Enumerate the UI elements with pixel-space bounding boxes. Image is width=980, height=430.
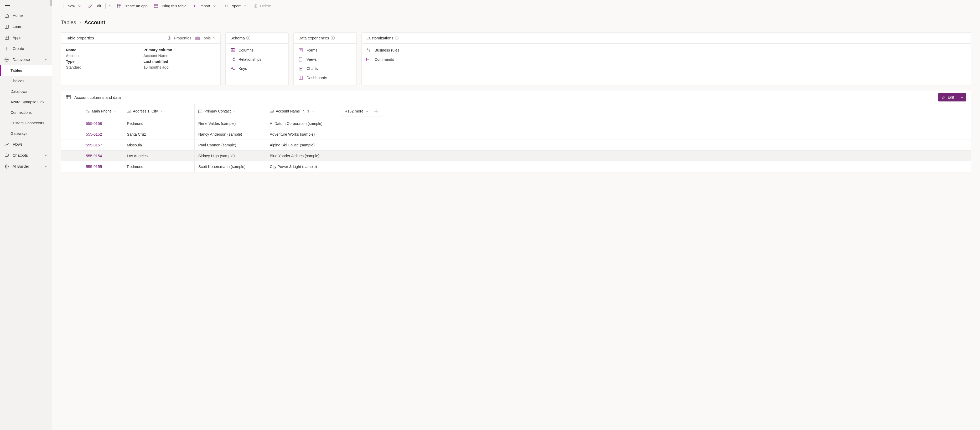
flows-icon: [4, 142, 9, 147]
info-icon[interactable]: i: [395, 36, 399, 40]
export-icon: [223, 4, 228, 8]
phone-link[interactable]: 555-0155: [86, 164, 102, 169]
sidebar-item-chatbots[interactable]: Chatbots: [0, 150, 52, 161]
phone-link[interactable]: 555-0157: [86, 143, 102, 147]
column-header-city[interactable]: AbcAddress 1: City: [123, 104, 195, 118]
sidebar-item-learn[interactable]: Learn: [0, 21, 52, 32]
chevron-down-icon[interactable]: [312, 110, 314, 113]
sidebar-item-apps[interactable]: Apps: [0, 32, 52, 43]
link-charts[interactable]: Charts: [298, 66, 352, 71]
chevron-down-icon[interactable]: [44, 153, 48, 157]
export-button[interactable]: Export: [220, 2, 250, 10]
edit-data-split[interactable]: [958, 93, 966, 102]
link-columns[interactable]: AbcColumns: [231, 48, 284, 52]
link-views[interactable]: Views: [298, 57, 352, 62]
info-icon[interactable]: i: [331, 36, 335, 40]
row-handle[interactable]: [61, 151, 82, 161]
edit-split-chevron[interactable]: [107, 3, 113, 9]
table-row[interactable]: 555-0154Los AngelesSidney Higa (sample)B…: [61, 151, 971, 161]
chevron-down-icon[interactable]: [44, 164, 48, 168]
row-handle[interactable]: [61, 161, 82, 172]
cell-contact[interactable]: Rene Valdes (sample): [195, 118, 266, 129]
table-row[interactable]: 555-0152Santa CruzNancy Anderson (sample…: [61, 129, 971, 140]
add-column-button[interactable]: [373, 108, 379, 114]
more-columns-button[interactable]: +152 more: [345, 109, 369, 113]
link-commands[interactable]: Commands: [366, 57, 966, 62]
cell-name[interactable]: A. Datum Corporation (sample): [266, 118, 337, 129]
cell-city[interactable]: Los Angeles: [123, 151, 195, 161]
chevron-down-icon[interactable]: [114, 110, 116, 113]
cell-city[interactable]: Santa Cruz: [123, 129, 195, 140]
sidebar-item-flows[interactable]: Flows: [0, 139, 52, 150]
column-header-phone[interactable]: Main Phone: [82, 104, 123, 118]
sidebar-item-create[interactable]: Create: [0, 43, 52, 54]
row-handle[interactable]: [61, 129, 82, 140]
link-relationships[interactable]: Relationships: [231, 57, 284, 62]
table-row[interactable]: 555-0158RedmondRene Valdes (sample)A. Da…: [61, 118, 971, 129]
cell-name[interactable]: City Power & Light (sample): [266, 161, 337, 172]
svg-rect-5: [5, 154, 8, 156]
sidebar-item-home[interactable]: Home: [0, 10, 52, 21]
lookup-icon: [198, 109, 202, 113]
cell-city[interactable]: Redmond: [123, 118, 195, 129]
link-business-rules[interactable]: Business rules: [366, 48, 966, 52]
sidebar-item-dataverse[interactable]: Dataverse: [0, 54, 52, 65]
sidebar-item-custom-connectors[interactable]: Custom Connectors: [0, 118, 52, 128]
column-header-name[interactable]: AbcAccount Name*: [266, 104, 337, 118]
cell-phone[interactable]: 555-0154: [82, 151, 123, 161]
create-app-button[interactable]: Create an app: [114, 2, 150, 10]
tools-button[interactable]: Tools: [196, 36, 216, 40]
cell-contact[interactable]: Nancy Anderson (sample): [195, 129, 266, 140]
sidebar-item-label: Tables: [11, 68, 22, 73]
sidebar-item-ai-builder[interactable]: AI Builder: [0, 161, 52, 172]
table-row[interactable]: 555-0157MissoulaPaul Cannon (sample)Alpi…: [61, 140, 971, 151]
using-table-button[interactable]: Using this table: [151, 2, 189, 10]
row-handle[interactable]: [61, 140, 82, 150]
edit-data-main[interactable]: Edit: [938, 93, 958, 102]
cell-city[interactable]: Missoula: [123, 140, 195, 150]
cell-city[interactable]: Redmond: [123, 161, 195, 172]
sidebar-item-label: Gateways: [11, 131, 27, 135]
sidebar-item-azure-synapse-link[interactable]: Azure Synapse Link: [0, 97, 52, 107]
import-button[interactable]: Import: [190, 2, 220, 10]
cell-contact[interactable]: Scott Konersmann (sample): [195, 161, 266, 172]
sidebar-item-dataflows[interactable]: Dataflows: [0, 86, 52, 97]
cell-phone[interactable]: 555-0157: [82, 140, 123, 150]
chevron-down-icon: [212, 4, 217, 8]
properties-button[interactable]: Properties: [167, 36, 191, 40]
cell-contact[interactable]: Paul Cannon (sample): [195, 140, 266, 150]
link-keys[interactable]: Keys: [231, 66, 284, 71]
cell-phone[interactable]: 555-0155: [82, 161, 123, 172]
row-handle[interactable]: [61, 118, 82, 129]
new-button[interactable]: New: [58, 2, 84, 10]
prop-modified-label: Last modified: [143, 59, 216, 64]
link-dashboards[interactable]: Dashboards: [298, 75, 352, 80]
sidebar-item-connections[interactable]: Connections: [0, 107, 52, 118]
info-icon[interactable]: i: [247, 36, 250, 40]
sidebar-item-gateways[interactable]: Gateways: [0, 128, 52, 139]
sidebar-item-tables[interactable]: Tables: [0, 65, 52, 76]
table-row[interactable]: 555-0155RedmondScott Konersmann (sample)…: [61, 161, 971, 172]
svg-rect-29: [198, 110, 202, 113]
hamburger-menu-button[interactable]: [5, 4, 10, 7]
phone-link[interactable]: 555-0154: [86, 154, 102, 158]
edit-data-button[interactable]: Edit: [938, 93, 966, 102]
cell-contact[interactable]: Sidney Higa (sample): [195, 151, 266, 161]
chevron-down-icon[interactable]: [233, 110, 235, 113]
chevron-up-icon[interactable]: [44, 58, 48, 62]
phone-link[interactable]: 555-0158: [86, 121, 102, 126]
breadcrumb-root[interactable]: Tables: [61, 19, 76, 25]
edit-button[interactable]: Edit: [85, 2, 104, 10]
sidebar-scrollbar-thumb[interactable]: [49, 0, 52, 6]
column-header-contact[interactable]: Primary Contact: [195, 104, 266, 118]
cell-phone[interactable]: 555-0158: [82, 118, 123, 129]
cell-phone[interactable]: 555-0152: [82, 129, 123, 140]
cell-name[interactable]: Blue Yonder Airlines (sample): [266, 151, 337, 161]
chevron-down-icon[interactable]: [160, 110, 162, 113]
link-forms[interactable]: Forms: [298, 48, 352, 52]
sidebar-item-choices[interactable]: Choices: [0, 76, 52, 86]
sidebar-item-label: AI Builder: [13, 164, 29, 169]
cell-name[interactable]: Adventure Works (sample): [266, 129, 337, 140]
cell-name[interactable]: Alpine Ski House (sample): [266, 140, 337, 150]
phone-link[interactable]: 555-0152: [86, 132, 102, 136]
